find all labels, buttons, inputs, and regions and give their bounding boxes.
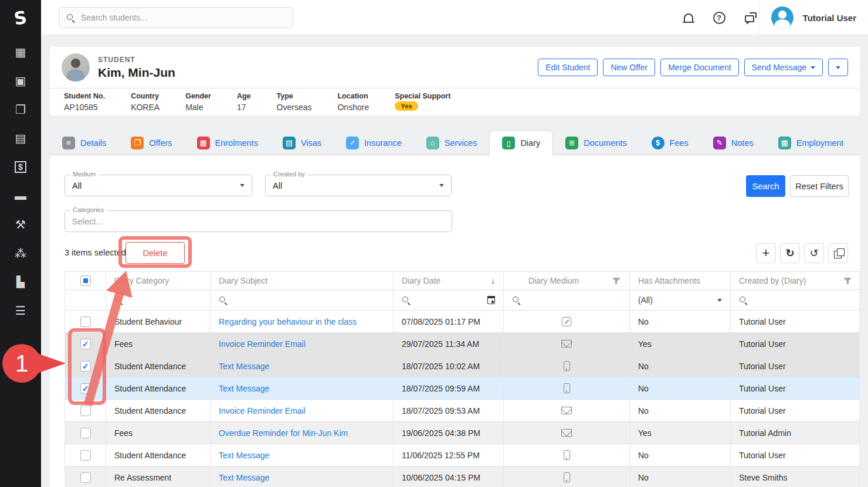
offers-icon	[131, 137, 144, 149]
history-icon[interactable]	[804, 243, 824, 263]
tab-offers[interactable]: Offers	[118, 130, 184, 155]
insurance-icon	[346, 137, 359, 149]
col-diary-date[interactable]: Diary Date↓	[394, 272, 504, 290]
more-actions-button[interactable]	[828, 59, 848, 76]
tab-employment[interactable]: Employment	[766, 130, 856, 155]
diary-subject-link[interactable]: Overdue Reminder for Min-Jun Kim	[219, 428, 348, 438]
new-offer-button[interactable]: New Offer	[603, 59, 655, 76]
tab-enrolments[interactable]: Enrolments	[185, 130, 270, 155]
col-diary-category[interactable]: Diary Category	[106, 272, 211, 290]
add-diary-button[interactable]	[756, 243, 776, 263]
app-logo[interactable]: S	[0, 0, 41, 35]
created-by-cell: Tutorial User	[731, 444, 860, 466]
created-by-filter-select[interactable]: Created by All	[265, 175, 452, 196]
help-button[interactable]	[712, 11, 726, 25]
diary-subject-link[interactable]: Regarding your behaviour in the class	[219, 317, 357, 326]
offers-icon[interactable]	[11, 103, 30, 116]
student-search	[59, 7, 293, 28]
visas-icon	[283, 137, 296, 149]
attachments-filter-dropdown[interactable]: (All)	[630, 290, 731, 310]
enrolments-icon[interactable]	[11, 132, 30, 145]
row-checkbox[interactable]	[80, 406, 91, 416]
edit-student-button[interactable]: Edit Student	[538, 59, 598, 76]
agents-icon[interactable]	[11, 247, 30, 260]
reset-filters-button[interactable]: Reset Filters	[790, 175, 849, 197]
table-row[interactable]: Fees Invoice Reminder Email 29/07/2025 1…	[65, 333, 859, 355]
col-diary-subject[interactable]: Diary Subject	[211, 272, 394, 290]
row-checkbox[interactable]	[80, 339, 91, 349]
diary-category-cell: Student Attendance	[106, 444, 211, 466]
send-message-button[interactable]: Send Message	[744, 59, 823, 76]
category-filter-input[interactable]	[106, 290, 211, 310]
table-row[interactable]: Student Attendance Text Message 11/06/20…	[65, 444, 859, 466]
user-menu[interactable]: Tutorial User	[771, 0, 856, 35]
row-checkbox[interactable]	[80, 316, 91, 327]
col-created-by[interactable]: Created by (Diary)	[731, 272, 860, 290]
students-icon[interactable]	[11, 74, 30, 87]
table-row[interactable]: Student Attendance Text Message 18/07/20…	[65, 355, 859, 377]
merge-document-button[interactable]: Merge Document	[660, 59, 738, 76]
diary-subject-link[interactable]: Text Message	[219, 362, 269, 371]
tab-details[interactable]: Details	[50, 130, 118, 155]
courses-icon[interactable]	[11, 189, 30, 202]
created-by-cell: Tutorial User	[731, 311, 860, 332]
col-has-attachments[interactable]: Has Attachments	[630, 272, 731, 290]
created-by-filter-input[interactable]	[731, 290, 860, 310]
tab-notes[interactable]: Notes	[701, 130, 766, 155]
row-checkbox[interactable]	[80, 428, 91, 438]
settings-icon[interactable]	[11, 304, 30, 317]
categories-filter-select[interactable]: Categories Select...	[65, 210, 452, 232]
diary-subject-link[interactable]: Text Message	[219, 473, 269, 482]
organisation-icon[interactable]	[11, 275, 30, 288]
row-checkbox[interactable]	[80, 383, 91, 394]
attachments-cell: No	[630, 377, 731, 399]
diary-subject-link[interactable]: Invoice Reminder Email	[219, 406, 306, 416]
search-input[interactable]	[81, 13, 274, 22]
table-row[interactable]: Student Attendance Text Message 18/07/20…	[65, 377, 859, 400]
notifications-button[interactable]	[681, 11, 696, 25]
row-checkbox[interactable]	[80, 361, 91, 372]
field-label: Location	[337, 92, 369, 100]
filter-icon[interactable]	[612, 277, 621, 285]
table-row[interactable]: Re Assessment Text Message 10/06/2025 04…	[65, 466, 859, 487]
student-location: Onshore	[337, 103, 369, 112]
medium-filter-select[interactable]: Medium All	[65, 175, 252, 196]
diary-panel: Medium All Created by All Categories Sel…	[50, 155, 860, 487]
search-button[interactable]: Search	[746, 175, 785, 197]
diary-subject-link[interactable]: Invoice Reminder Email	[219, 339, 306, 349]
delete-button[interactable]: Delete	[126, 242, 185, 264]
services-icon[interactable]	[11, 218, 30, 231]
table-row[interactable]: Student Behaviour Regarding your behavio…	[65, 311, 859, 333]
table-filter-row: (All)	[65, 290, 859, 311]
date-filter-input[interactable]	[394, 290, 504, 310]
student-tabs: Details Offers Enrolments Visas Insuranc…	[50, 130, 860, 155]
calendar-icon[interactable]	[487, 296, 495, 304]
student-country: KOREA	[131, 103, 160, 112]
filter-icon[interactable]	[843, 277, 852, 285]
column-chooser-icon[interactable]	[828, 243, 848, 263]
tab-services[interactable]: Services	[414, 130, 490, 155]
tab-visas[interactable]: Visas	[270, 130, 334, 155]
tab-insurance[interactable]: Insurance	[334, 130, 414, 155]
table-row[interactable]: Student Attendance Invoice Reminder Emai…	[65, 400, 859, 422]
medium-filter-input[interactable]	[504, 290, 630, 310]
messages-button[interactable]	[742, 11, 757, 25]
tab-fees[interactable]: Fees	[639, 130, 701, 155]
chevron-down-icon	[240, 184, 245, 187]
table-header-row: Diary Category Diary Subject Diary Date↓…	[65, 272, 859, 290]
dashboard-icon[interactable]	[11, 46, 30, 59]
refresh-icon[interactable]	[780, 243, 800, 263]
fees-icon[interactable]	[11, 161, 30, 173]
select-all-checkbox[interactable]	[80, 275, 91, 286]
row-checkbox[interactable]	[80, 450, 91, 461]
diary-subject-link[interactable]: Text Message	[219, 384, 269, 393]
diary-subject-link[interactable]: Text Message	[219, 451, 269, 460]
selection-count: 3 items selected	[65, 248, 126, 257]
subject-filter-input[interactable]	[211, 290, 394, 310]
tab-documents[interactable]: Documents	[553, 130, 639, 155]
col-diary-medium[interactable]: Diary Medium	[504, 272, 630, 290]
chevron-down-icon	[811, 66, 815, 69]
table-row[interactable]: Fees Overdue Reminder for Min-Jun Kim 19…	[65, 422, 859, 444]
row-checkbox[interactable]	[80, 472, 91, 483]
tab-diary[interactable]: Diary	[489, 130, 553, 155]
